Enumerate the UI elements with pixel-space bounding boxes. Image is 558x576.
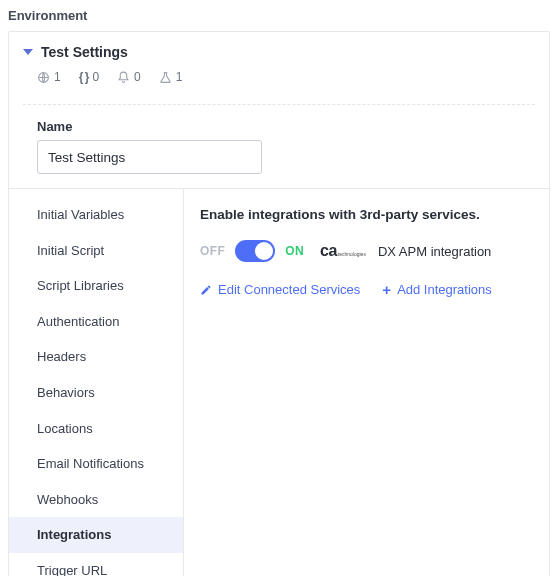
sidebar-item-headers[interactable]: Headers — [9, 339, 183, 375]
name-block: Name — [9, 105, 549, 188]
settings-sidebar: Initial VariablesInitial ScriptScript Li… — [9, 189, 184, 576]
pencil-icon — [200, 284, 212, 296]
sidebar-item-initial-script[interactable]: Initial Script — [9, 233, 183, 269]
stat-flask-value: 1 — [176, 70, 183, 84]
stat-bell-value: 0 — [134, 70, 141, 84]
panel-title-row: Test Settings — [23, 44, 535, 60]
globe-icon — [37, 71, 50, 84]
integration-toggle[interactable] — [235, 240, 275, 262]
stat-bell: 0 — [117, 70, 141, 84]
name-label: Name — [37, 119, 535, 134]
panel-body: Initial VariablesInitial ScriptScript Li… — [9, 189, 549, 576]
integration-row: OFF ON ca technologies DX APM integratio… — [200, 240, 533, 262]
flask-icon — [159, 71, 172, 84]
collapse-caret-icon[interactable] — [23, 49, 33, 55]
edit-connected-services-link[interactable]: Edit Connected Services — [200, 282, 360, 297]
plus-icon: + — [382, 282, 391, 297]
integration-name: DX APM integration — [378, 244, 491, 259]
sidebar-item-email-notifications[interactable]: Email Notifications — [9, 446, 183, 482]
sidebar-item-webhooks[interactable]: Webhooks — [9, 482, 183, 518]
sidebar-item-initial-variables[interactable]: Initial Variables — [9, 197, 183, 233]
ca-logo-main: ca — [320, 242, 337, 260]
sidebar-item-behaviors[interactable]: Behaviors — [9, 375, 183, 411]
bell-icon — [117, 71, 130, 84]
content-heading: Enable integrations with 3rd-party servi… — [200, 207, 533, 222]
stat-flask: 1 — [159, 70, 183, 84]
sidebar-item-authentication[interactable]: Authentication — [9, 304, 183, 340]
actions-row: Edit Connected Services + Add Integratio… — [200, 282, 533, 297]
add-integrations-link[interactable]: + Add Integrations — [382, 282, 491, 297]
stat-braces-value: 0 — [92, 70, 99, 84]
sidebar-item-script-libraries[interactable]: Script Libraries — [9, 268, 183, 304]
edit-link-label: Edit Connected Services — [218, 282, 360, 297]
ca-logo-icon: ca technologies — [320, 242, 366, 260]
add-link-label: Add Integrations — [397, 282, 492, 297]
settings-panel: Test Settings 1 { } 0 0 1 Name — [8, 31, 550, 576]
integrations-content: Enable integrations with 3rd-party servi… — [184, 189, 549, 576]
stat-globe: 1 — [37, 70, 61, 84]
sidebar-item-trigger-url[interactable]: Trigger URL — [9, 553, 183, 576]
section-label: Environment — [8, 8, 550, 23]
braces-icon: { } — [79, 70, 89, 84]
panel-header: Test Settings 1 { } 0 0 1 — [9, 32, 549, 94]
stat-braces: { } 0 — [79, 70, 99, 84]
sidebar-item-locations[interactable]: Locations — [9, 411, 183, 447]
toggle-off-label: OFF — [200, 244, 225, 258]
toggle-on-label: ON — [285, 244, 304, 258]
ca-logo-sub: technologies — [338, 251, 366, 257]
stat-globe-value: 1 — [54, 70, 61, 84]
stats-row: 1 { } 0 0 1 — [23, 70, 535, 84]
name-input[interactable] — [37, 140, 262, 174]
panel-title: Test Settings — [41, 44, 128, 60]
sidebar-item-integrations[interactable]: Integrations — [9, 517, 183, 553]
